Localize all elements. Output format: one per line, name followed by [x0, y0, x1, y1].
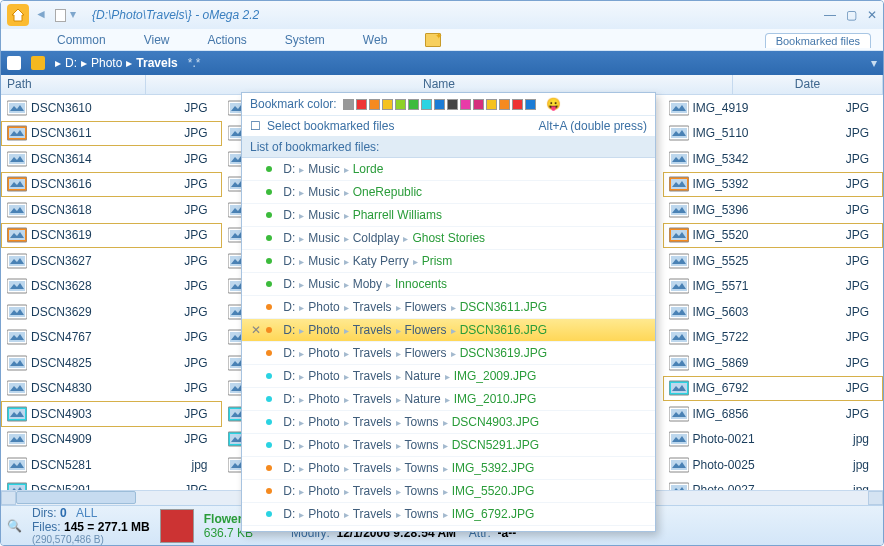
menu-web[interactable]: Web	[363, 33, 387, 47]
file-row[interactable]: IMG_5396JPG	[663, 197, 884, 223]
file-row[interactable]: DSCN4909JPG	[1, 427, 222, 453]
remove-bookmark-icon[interactable]: ✕	[250, 323, 262, 337]
back-icon[interactable]: ◄	[35, 7, 51, 23]
color-swatch[interactable]	[486, 99, 497, 110]
file-ext: JPG	[846, 305, 877, 319]
bookmarked-files-tab[interactable]: Bookmarked files	[765, 33, 871, 48]
color-swatch[interactable]	[499, 99, 510, 110]
crumb-photo[interactable]: Photo	[91, 56, 122, 70]
bookmark-item[interactable]: D: ▸ Music ▸ Pharrell Williams	[242, 204, 655, 227]
file-row[interactable]: IMG_5110JPG	[663, 121, 884, 147]
file-row[interactable]: DSCN3610JPG	[1, 95, 222, 121]
bookmark-item[interactable]: D: ▸ Photo ▸ Travels ▸ Flowers ▸ DSCN361…	[242, 342, 655, 365]
bullet-icon	[266, 350, 272, 356]
checkbox-icon[interactable]: ☐	[250, 119, 261, 133]
bookmark-item[interactable]: D: ▸ Music ▸ Coldplay ▸ Ghost Stories	[242, 227, 655, 250]
bookmark-item[interactable]: D: ▸ Photo ▸ Travels ▸ Nature ▸ IMG_2009…	[242, 365, 655, 388]
nav-icon[interactable]	[7, 56, 21, 70]
color-swatches	[343, 99, 536, 110]
dropdown-icon[interactable]: ▾	[70, 7, 86, 23]
color-swatch[interactable]	[421, 99, 432, 110]
file-row[interactable]: DSCN3618JPG	[1, 197, 222, 223]
select-bookmarked-label[interactable]: Select bookmarked files	[267, 119, 394, 133]
file-row[interactable]: DSCN3627JPG	[1, 248, 222, 274]
image-file-icon	[7, 100, 27, 116]
bookmark-item[interactable]: D: ▸ Photo ▸ Travels ▸ Flowers ▸ DSCN361…	[242, 296, 655, 319]
bookmark-item[interactable]: D: ▸ Photo ▸ Travels ▸ Nature ▸ IMG_2010…	[242, 388, 655, 411]
color-swatch[interactable]	[512, 99, 523, 110]
file-row[interactable]: DSCN4903JPG	[1, 401, 222, 427]
emoji-icon[interactable]: 😛	[546, 97, 561, 111]
file-row[interactable]: DSCN3619JPG	[1, 223, 222, 249]
svg-rect-123	[671, 460, 687, 470]
file-row[interactable]: IMG_5342JPG	[663, 146, 884, 172]
scroll-left-icon[interactable]	[1, 491, 16, 505]
bookmark-item[interactable]: D: ▸ Music ▸ Moby ▸ Innocents	[242, 273, 655, 296]
doc-icon[interactable]	[55, 9, 66, 22]
file-row[interactable]: DSCN5281jpg	[1, 452, 222, 478]
col-date[interactable]: Date	[733, 75, 883, 94]
bookmark-item[interactable]: D: ▸ Music ▸ OneRepublic	[242, 181, 655, 204]
close-button[interactable]: ✕	[867, 8, 877, 22]
minimize-button[interactable]: —	[824, 8, 836, 22]
color-swatch[interactable]	[447, 99, 458, 110]
file-row[interactable]: DSCN3616JPG	[1, 172, 222, 198]
menu-common[interactable]: Common	[57, 33, 106, 47]
color-swatch[interactable]	[343, 99, 354, 110]
crumb-travels[interactable]: Travels	[136, 56, 177, 70]
crumb-d[interactable]: D:	[65, 56, 77, 70]
file-row[interactable]: IMG_5525JPG	[663, 248, 884, 274]
file-row[interactable]: IMG_5869JPG	[663, 350, 884, 376]
scroll-thumb[interactable]	[16, 491, 136, 504]
file-name: DSCN5281	[31, 458, 92, 472]
file-row[interactable]: Photo-0021jpg	[663, 427, 884, 453]
file-row[interactable]: DSCN3614JPG	[1, 146, 222, 172]
color-swatch[interactable]	[395, 99, 406, 110]
color-swatch[interactable]	[525, 99, 536, 110]
color-swatch[interactable]	[434, 99, 445, 110]
bookmark-item[interactable]: D: ▸ Photo ▸ Travels ▸ Towns ▸ IMG_6792.…	[242, 503, 655, 526]
folder-new-icon[interactable]: ✦	[425, 33, 441, 47]
bookmark-item[interactable]: D: ▸ Photo ▸ Travels ▸ Towns ▸ IMG_5520.…	[242, 480, 655, 503]
file-row[interactable]: DSCN4825JPG	[1, 350, 222, 376]
bookmark-item[interactable]: D: ▸ Photo ▸ Travels ▸ Towns ▸ DSCN4903.…	[242, 411, 655, 434]
bullet-icon	[266, 396, 272, 402]
file-row[interactable]: Photo-0025jpg	[663, 452, 884, 478]
file-ext: JPG	[846, 254, 877, 268]
col-path[interactable]: Path	[1, 75, 146, 94]
color-swatch[interactable]	[408, 99, 419, 110]
file-row[interactable]: DSCN3611JPG	[1, 121, 222, 147]
menu-view[interactable]: View	[144, 33, 170, 47]
svg-rect-111	[671, 307, 687, 317]
file-row[interactable]: IMG_6792JPG	[663, 376, 884, 402]
color-swatch[interactable]	[356, 99, 367, 110]
color-swatch[interactable]	[473, 99, 484, 110]
bookmark-item[interactable]: D: ▸ Music ▸ Lorde	[242, 158, 655, 181]
file-row[interactable]: IMG_6856JPG	[663, 401, 884, 427]
menu-system[interactable]: System	[285, 33, 325, 47]
scroll-right-icon[interactable]	[868, 491, 883, 505]
menu-actions[interactable]: Actions	[207, 33, 246, 47]
file-row[interactable]: IMG_5520JPG	[663, 223, 884, 249]
file-row[interactable]: DSCN3629JPG	[1, 299, 222, 325]
toolbar-dropdown-icon[interactable]: ▾	[871, 56, 877, 70]
color-swatch[interactable]	[382, 99, 393, 110]
file-row[interactable]: IMG_5603JPG	[663, 299, 884, 325]
bookmark-item[interactable]: D: ▸ Photo ▸ Travels ▸ Towns ▸ DSCN5291.…	[242, 434, 655, 457]
maximize-button[interactable]: ▢	[846, 8, 857, 22]
file-row[interactable]: IMG_4919JPG	[663, 95, 884, 121]
bookmark-toggle-icon[interactable]	[31, 56, 45, 70]
file-row[interactable]: IMG_5571JPG	[663, 274, 884, 300]
file-row[interactable]: IMG_5722JPG	[663, 325, 884, 351]
file-row[interactable]: DSCN4830JPG	[1, 376, 222, 402]
color-swatch[interactable]	[460, 99, 471, 110]
file-row[interactable]: IMG_5392JPG	[663, 172, 884, 198]
file-row[interactable]: DSCN4767JPG	[1, 325, 222, 351]
image-file-icon	[669, 380, 689, 396]
bookmark-item[interactable]: ✕ D: ▸ Photo ▸ Travels ▸ Flowers ▸ DSCN3…	[242, 319, 655, 342]
file-row[interactable]: DSCN3628JPG	[1, 274, 222, 300]
color-swatch[interactable]	[369, 99, 380, 110]
bookmark-item[interactable]: D: ▸ Music ▸ Katy Perry ▸ Prism	[242, 250, 655, 273]
search-icon[interactable]: 🔍	[7, 519, 22, 533]
bookmark-item[interactable]: D: ▸ Photo ▸ Travels ▸ Towns ▸ IMG_5392.…	[242, 457, 655, 480]
